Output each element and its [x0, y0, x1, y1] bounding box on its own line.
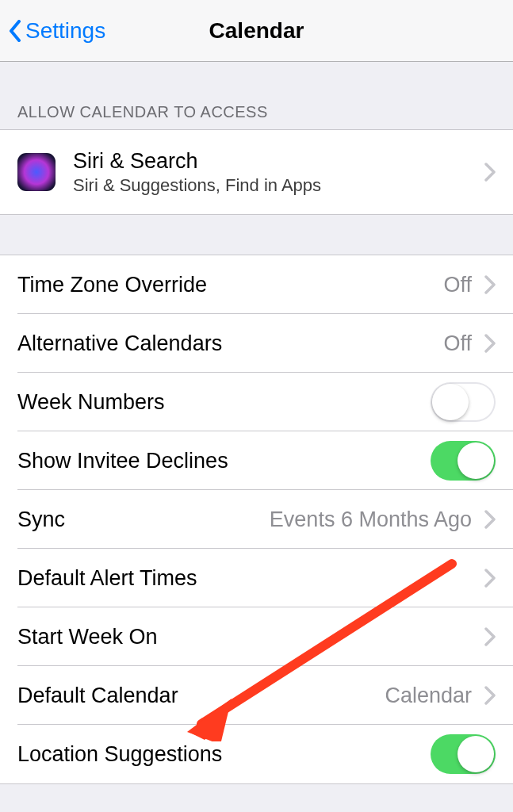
row-label: Default Calendar — [17, 684, 375, 708]
row-label: Location Suggestions — [17, 742, 421, 767]
siri-icon — [17, 153, 56, 191]
row-label: Sync — [17, 508, 260, 532]
chevron-right-icon — [484, 275, 496, 294]
row-show-invitee-declines: Show Invitee Declines — [0, 431, 513, 490]
row-label: Alternative Calendars — [17, 331, 434, 356]
chevron-right-icon — [484, 334, 496, 353]
chevron-right-icon — [484, 163, 496, 182]
chevron-right-icon — [484, 627, 496, 646]
row-label: Start Week On — [17, 625, 472, 649]
chevron-right-icon — [484, 686, 496, 705]
row-start-week-on[interactable]: Start Week On — [0, 607, 513, 666]
toggle-invitee-declines[interactable] — [431, 441, 496, 481]
chevron-right-icon — [484, 510, 496, 529]
row-week-numbers: Week Numbers — [0, 373, 513, 431]
row-label: Show Invitee Declines — [17, 449, 421, 473]
row-location-suggestions: Location Suggestions — [0, 725, 513, 783]
chevron-right-icon — [484, 569, 496, 588]
row-detail: Calendar — [385, 684, 472, 708]
row-default-calendar[interactable]: Default Calendar Calendar — [0, 666, 513, 725]
group-spacer — [0, 215, 513, 255]
row-time-zone-override[interactable]: Time Zone Override Off — [0, 255, 513, 314]
back-button[interactable]: Settings — [0, 18, 105, 44]
section-header-access: ALLOW CALENDAR TO ACCESS — [0, 62, 513, 129]
nav-bar: Settings Calendar — [0, 0, 513, 62]
siri-labels: Siri & Search Siri & Suggestions, Find i… — [73, 149, 472, 196]
back-label: Settings — [25, 18, 105, 44]
toggle-week-numbers[interactable] — [431, 382, 496, 422]
row-label: Default Alert Times — [17, 566, 472, 591]
toggle-location-suggestions[interactable] — [431, 734, 496, 774]
row-default-alert-times[interactable]: Default Alert Times — [0, 549, 513, 607]
group-access: Siri & Search Siri & Suggestions, Find i… — [0, 129, 513, 215]
row-detail: Events 6 Months Ago — [270, 508, 472, 532]
siri-subtitle: Siri & Suggestions, Find in Apps — [73, 175, 472, 196]
row-sync[interactable]: Sync Events 6 Months Ago — [0, 490, 513, 549]
row-detail: Off — [443, 273, 472, 297]
back-chevron-icon — [8, 20, 22, 42]
row-label: Week Numbers — [17, 390, 421, 415]
group-main: Time Zone Override Off Alternative Calen… — [0, 255, 513, 784]
siri-title: Siri & Search — [73, 149, 472, 174]
row-detail: Off — [443, 331, 472, 356]
row-siri-search[interactable]: Siri & Search Siri & Suggestions, Find i… — [0, 130, 513, 214]
row-alternative-calendars[interactable]: Alternative Calendars Off — [0, 314, 513, 373]
row-label: Time Zone Override — [17, 273, 434, 297]
